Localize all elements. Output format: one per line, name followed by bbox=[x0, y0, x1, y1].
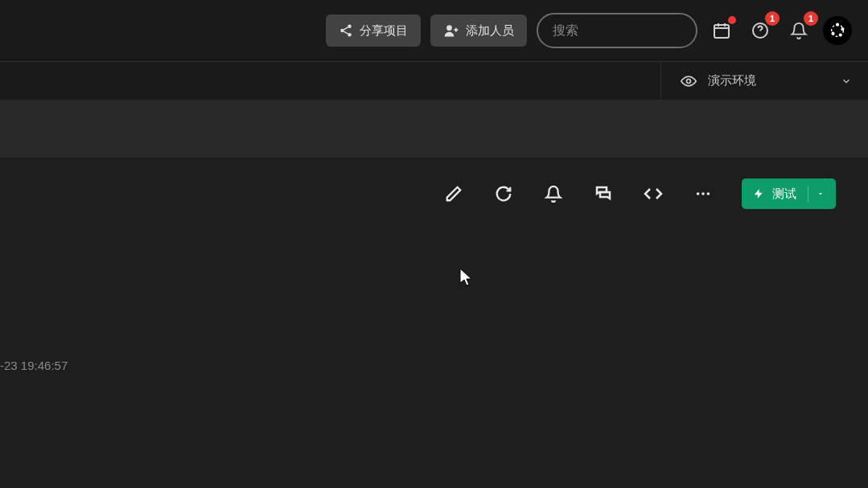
bell-icon bbox=[790, 22, 808, 39]
code-button[interactable] bbox=[642, 182, 664, 205]
help-badge: 1 bbox=[765, 11, 780, 26]
svg-point-10 bbox=[832, 32, 834, 35]
more-button[interactable] bbox=[692, 182, 714, 205]
refresh-icon bbox=[495, 185, 512, 203]
search-input-container[interactable] bbox=[537, 13, 697, 48]
edit-button[interactable] bbox=[442, 182, 465, 205]
pencil-icon bbox=[445, 185, 463, 203]
logo-icon bbox=[829, 22, 846, 39]
svg-point-3 bbox=[446, 25, 452, 31]
help-button[interactable]: 1 bbox=[746, 16, 775, 45]
svg-point-1 bbox=[340, 29, 344, 33]
share-label: 分享项目 bbox=[360, 23, 408, 39]
environment-label: 演示环境 bbox=[708, 73, 756, 88]
add-person-button[interactable]: 添加人员 bbox=[430, 14, 527, 47]
svg-point-12 bbox=[697, 192, 700, 195]
notifications-button[interactable]: 1 bbox=[784, 16, 813, 45]
svg-point-2 bbox=[348, 33, 352, 37]
calendar-icon bbox=[712, 21, 731, 40]
svg-rect-4 bbox=[714, 25, 729, 38]
bell-outline-icon bbox=[545, 185, 562, 203]
svg-point-0 bbox=[348, 25, 352, 29]
svg-point-8 bbox=[841, 28, 844, 31]
comments-icon bbox=[594, 184, 613, 203]
svg-point-13 bbox=[701, 192, 705, 195]
lightning-icon bbox=[753, 188, 764, 199]
top-bar: 分享项目 添加人员 1 1 bbox=[0, 0, 868, 61]
more-icon bbox=[694, 185, 712, 203]
test-button[interactable]: 测试 bbox=[742, 178, 836, 209]
test-label: 测试 bbox=[772, 187, 796, 202]
chevron-down-icon bbox=[841, 76, 852, 87]
spacer-section bbox=[0, 100, 868, 158]
notifications-badge: 1 bbox=[804, 11, 818, 26]
action-toolbar: 测试 bbox=[0, 158, 868, 230]
add-person-label: 添加人员 bbox=[466, 23, 514, 39]
share-project-button[interactable]: 分享项目 bbox=[326, 14, 421, 47]
eye-icon bbox=[681, 73, 697, 89]
alert-button[interactable] bbox=[542, 182, 565, 205]
add-person-icon bbox=[443, 23, 459, 39]
content-area: -23 19:46:57 bbox=[0, 230, 868, 391]
calendar-badge bbox=[728, 16, 736, 24]
button-divider bbox=[808, 186, 808, 202]
caret-down-icon bbox=[817, 190, 825, 198]
svg-point-7 bbox=[837, 23, 839, 26]
svg-point-11 bbox=[687, 79, 691, 83]
refresh-button[interactable] bbox=[492, 182, 515, 205]
search-input[interactable] bbox=[553, 23, 681, 38]
calendar-button[interactable] bbox=[707, 16, 736, 45]
code-icon bbox=[644, 184, 663, 203]
environment-bar: 演示环境 bbox=[0, 61, 868, 100]
svg-point-9 bbox=[839, 34, 841, 36]
comments-button[interactable] bbox=[592, 182, 615, 205]
share-icon bbox=[339, 23, 353, 38]
environment-dropdown[interactable]: 演示环境 bbox=[660, 62, 868, 100]
timestamp-text: -23 19:46:57 bbox=[0, 359, 68, 372]
app-logo[interactable] bbox=[823, 16, 852, 45]
svg-point-14 bbox=[707, 192, 710, 195]
